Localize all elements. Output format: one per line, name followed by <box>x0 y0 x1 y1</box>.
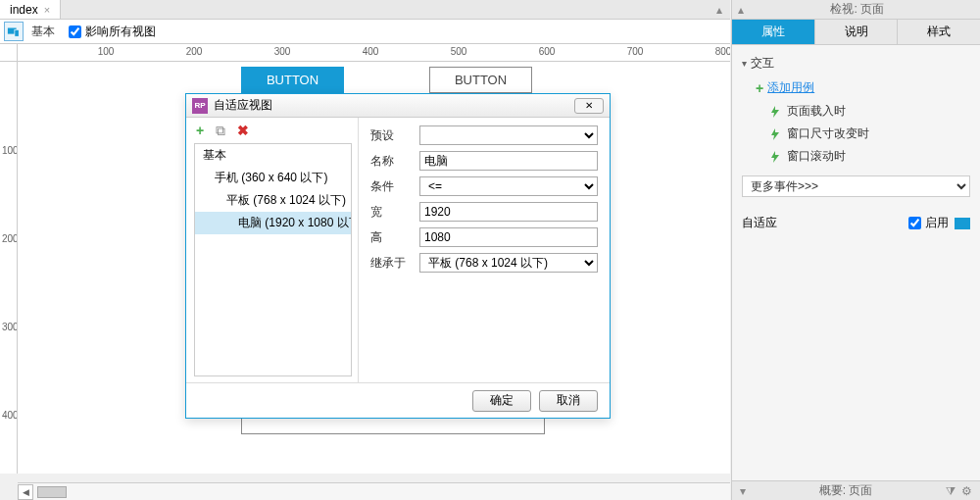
ruler-tick: 600 <box>539 46 556 57</box>
collapse-icon[interactable]: ▴ <box>709 3 730 17</box>
scrollbar-thumb[interactable] <box>37 486 67 498</box>
svg-marker-4 <box>771 151 779 163</box>
canvas-button-default[interactable]: BUTTON <box>429 67 532 93</box>
name-input[interactable] <box>419 151 598 171</box>
event-item[interactable]: 窗口尺寸改变时 <box>742 123 970 145</box>
cancel-button[interactable]: 取消 <box>539 390 598 412</box>
more-events-select[interactable]: 更多事件>>> <box>742 175 970 197</box>
document-tab[interactable]: index × <box>0 0 61 19</box>
height-input[interactable] <box>419 227 598 247</box>
ruler-tick: 400 <box>363 46 379 57</box>
enable-input[interactable] <box>908 217 921 229</box>
tree-node[interactable]: 平板 (768 x 1024 以下) <box>195 189 351 212</box>
scroll-left-icon[interactable]: ◀ <box>18 484 33 500</box>
tab-notes[interactable]: 说明 <box>815 20 899 44</box>
svg-marker-2 <box>771 106 779 118</box>
dialog-titlebar[interactable]: RP 自适应视图 ✕ <box>186 94 610 118</box>
interaction-section-header[interactable]: ▾ 交互 <box>742 51 970 75</box>
app-icon: RP <box>192 98 208 114</box>
inspector-header: ▴ 检视: 页面 . <box>732 0 980 20</box>
dialog-tree-pane: + ⧉ ✖ 基本 手机 (360 x 640 以下) 平板 (768 x 102… <box>186 118 359 382</box>
inherit-label: 继承于 <box>370 255 419 272</box>
views-tree: 基本 手机 (360 x 640 以下) 平板 (768 x 1024 以下) … <box>194 143 352 376</box>
event-label: 窗口滚动时 <box>787 148 846 165</box>
width-label: 宽 <box>370 204 419 221</box>
condition-select[interactable]: <= <box>419 176 598 196</box>
ruler-tick: 700 <box>627 46 644 57</box>
horizontal-scrollbar[interactable]: ◀ <box>18 482 730 500</box>
close-icon[interactable]: ✕ <box>574 98 604 114</box>
ruler-tick: 100 <box>2 145 18 156</box>
tree-node-base[interactable]: 基本 <box>195 144 351 167</box>
add-case-row[interactable]: + 添加用例 <box>742 75 970 100</box>
tab-style[interactable]: 样式 <box>898 20 980 44</box>
ruler-tick: 300 <box>2 322 18 332</box>
ruler-tick: 300 <box>274 46 291 57</box>
adaptive-views-dialog: RP 自适应视图 ✕ + ⧉ ✖ 基本 手机 (360 x 640 以下) 平板… <box>185 93 611 419</box>
base-label: 基本 <box>31 24 55 40</box>
ruler-vertical: 100 200 300 400 <box>0 62 18 474</box>
more-events-dropdown[interactable]: 更多事件>>> <box>742 175 970 197</box>
lightning-icon <box>769 106 781 118</box>
ruler-tick: 200 <box>186 46 203 57</box>
inspector-title: 检视: 页面 <box>830 1 884 18</box>
inspector-body: ▾ 交互 + 添加用例 页面载入时 窗口尺寸改变时 窗口滚动时 更多事件>>> … <box>732 45 980 480</box>
dialog-footer: 确定 取消 <box>186 382 610 418</box>
affect-all-input[interactable] <box>69 25 81 38</box>
inherit-select[interactable]: 平板 (768 x 1024 以下) <box>419 253 598 273</box>
canvas-button-primary[interactable]: BUTTON <box>241 67 344 93</box>
ruler-tick: 200 <box>2 233 18 244</box>
enable-adaptive-checkbox[interactable]: 启用 <box>908 215 949 231</box>
ok-button[interactable]: 确定 <box>472 390 531 412</box>
device-icon[interactable] <box>4 22 24 41</box>
plus-icon: + <box>756 80 763 96</box>
outline-footer: ▾ 概要: 页面 ⧩ ⚙ <box>732 480 980 500</box>
tree-node[interactable]: 电脑 (1920 x 1080 以下) <box>195 212 351 234</box>
inspector-tabs: 属性 说明 样式 <box>732 20 980 45</box>
lightning-icon <box>769 151 781 163</box>
dialog-title: 自适应视图 <box>214 97 272 114</box>
collapse-icon[interactable]: ▴ <box>738 3 744 17</box>
lightning-icon <box>769 128 781 140</box>
event-item[interactable]: 窗口滚动时 <box>742 145 970 168</box>
settings-icon[interactable]: ⚙ <box>961 484 972 498</box>
ruler-corner <box>0 44 18 62</box>
event-label: 窗口尺寸改变时 <box>787 125 869 142</box>
add-case-link[interactable]: 添加用例 <box>767 79 814 96</box>
close-icon[interactable]: × <box>44 4 50 16</box>
add-icon[interactable]: + <box>196 123 204 138</box>
filter-icon[interactable]: ⧩ <box>946 484 956 498</box>
ruler-horizontal: 100 200 300 400 500 600 700 800 <box>18 44 730 62</box>
viewport-toolbar: 基本 影响所有视图 <box>0 20 730 44</box>
inspector-panel: ▴ 检视: 页面 . 属性 说明 样式 ▾ 交互 + 添加用例 页面载入时 窗口… <box>731 0 980 500</box>
svg-marker-3 <box>771 128 779 140</box>
ruler-tick: 800 <box>715 46 730 57</box>
ruler-tick: 100 <box>98 46 115 57</box>
tab-properties[interactable]: 属性 <box>732 20 815 44</box>
section-label: 交互 <box>751 55 774 72</box>
affect-all-label: 影响所有视图 <box>85 24 156 40</box>
adaptive-row: 自适应 启用 <box>742 215 970 231</box>
ruler-tick: 500 <box>451 46 467 57</box>
chevron-down-icon: ▾ <box>742 58 747 69</box>
delete-icon[interactable]: ✖ <box>237 123 249 138</box>
event-item[interactable]: 页面载入时 <box>742 100 970 123</box>
dialog-body: + ⧉ ✖ 基本 手机 (360 x 640 以下) 平板 (768 x 102… <box>186 118 610 382</box>
ruler-tick: 400 <box>2 410 18 421</box>
preset-select[interactable] <box>419 125 598 145</box>
document-tabbar: index × ▴ <box>0 0 730 20</box>
tree-toolbar: + ⧉ ✖ <box>186 118 358 143</box>
tree-node[interactable]: 手机 (360 x 640 以下) <box>195 167 351 189</box>
event-label: 页面载入时 <box>787 103 846 120</box>
preset-label: 预设 <box>370 127 419 144</box>
height-label: 高 <box>370 229 419 246</box>
device-icon[interactable] <box>955 218 970 229</box>
collapse-icon[interactable]: ▾ <box>740 484 746 498</box>
svg-rect-1 <box>15 29 19 36</box>
dialog-form-pane: 预设 名称 条件 <= 宽 高 继承于 平板 (768 x 1024 以下) <box>359 118 610 382</box>
duplicate-icon[interactable]: ⧉ <box>216 123 225 139</box>
affect-all-checkbox[interactable]: 影响所有视图 <box>69 24 156 40</box>
name-label: 名称 <box>370 153 419 170</box>
outline-title: 概要: 页面 <box>819 482 873 499</box>
width-input[interactable] <box>419 202 598 222</box>
